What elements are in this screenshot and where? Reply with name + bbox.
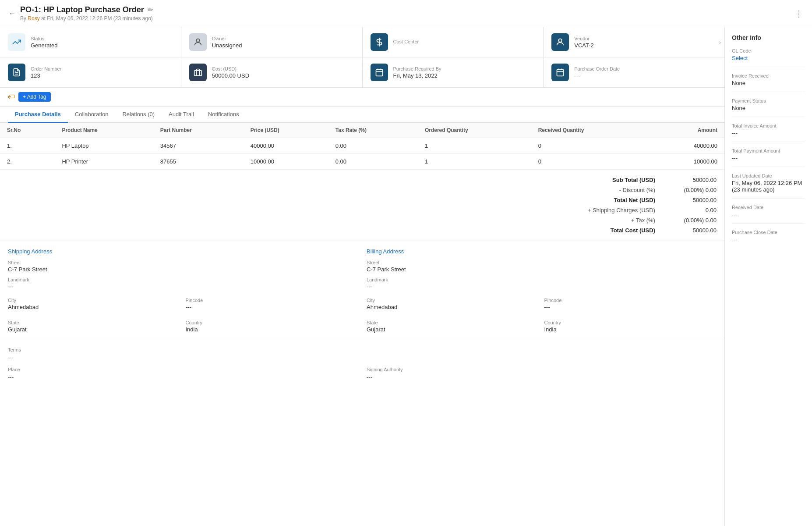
gl-code-value[interactable]: Select xyxy=(732,55,805,61)
tab-purchase-details[interactable]: Purchase Details xyxy=(8,107,68,123)
tab-relations[interactable]: Relations (0) xyxy=(115,107,162,123)
svg-point-0 xyxy=(196,39,199,42)
cell-ordered-1: 1 xyxy=(418,138,531,154)
order-number-value: 123 xyxy=(31,72,61,79)
billing-state-value: Gujarat xyxy=(367,326,539,333)
back-button[interactable]: ← xyxy=(9,10,16,18)
vendor-label: Vendor xyxy=(574,36,594,41)
right-field-total-payment: Total Payment Amount --- xyxy=(732,148,805,161)
tags-row: 🏷 + Add Tag xyxy=(0,88,724,107)
purchase-table: Sr.No Product Name Part Number Price (US… xyxy=(0,123,724,170)
status-card[interactable]: Status Generated xyxy=(0,27,181,57)
tab-notifications[interactable]: Notifications xyxy=(201,107,246,123)
owner-info: Owner Unassigned xyxy=(212,36,242,49)
total-cost-value: 50000.00 xyxy=(673,227,717,234)
po-date-card[interactable]: Purchase Order Date --- xyxy=(544,57,724,87)
signing-label: Signing Authority xyxy=(367,367,717,372)
right-field-received-date: Received Date --- xyxy=(732,205,805,218)
table-row: 2. HP Printer 87655 10000.00 0.00 1 0 10… xyxy=(0,154,724,170)
shipping-city-value: Ahmedabad xyxy=(8,304,180,310)
tax-row: + Tax (%) (0.00%) 0.00 xyxy=(8,215,717,225)
po-date-icon xyxy=(551,64,569,81)
place-value: --- xyxy=(8,374,358,380)
owner-card[interactable]: Owner Unassigned xyxy=(181,27,363,57)
billing-street-label: Street xyxy=(367,260,717,265)
billing-landmark-value: --- xyxy=(367,283,717,290)
order-number-card[interactable]: Order Number 123 xyxy=(0,57,181,87)
right-field-invoice-received: Invoice Received None xyxy=(732,73,805,86)
cell-srno-1: 1. xyxy=(0,138,55,154)
header-left: ← PO-1: HP Laptop Purchase Order ✏ By Ro… xyxy=(9,5,153,21)
col-srno: Sr.No xyxy=(0,123,55,138)
col-price: Price (USD) xyxy=(244,123,328,138)
vendor-card[interactable]: Vendor VCAT-2 xyxy=(544,27,724,57)
col-product: Product Name xyxy=(55,123,153,138)
owner-value: Unassigned xyxy=(212,42,242,49)
last-updated-value: Fri, May 06, 2022 12:26 PM (23 minutes a… xyxy=(732,180,805,193)
tag-icon: 🏷 xyxy=(8,93,15,101)
cell-received-2: 0 xyxy=(531,154,650,170)
purchase-required-value: Fri, May 13, 2022 xyxy=(393,72,441,79)
svg-point-2 xyxy=(559,39,562,42)
cell-price-1: 40000.00 xyxy=(244,138,328,154)
last-updated-label: Last Updated Date xyxy=(732,173,805,178)
tab-collaboration[interactable]: Collaboration xyxy=(68,107,116,123)
purchase-required-card[interactable]: Purchase Required By Fri, May 13, 2022 xyxy=(363,57,544,87)
shipping-street-label: Street xyxy=(8,260,358,265)
content-area: Status Generated Owner Unassigned xyxy=(0,27,724,526)
cell-tax-2: 0.00 xyxy=(328,154,418,170)
cell-product-2: HP Printer xyxy=(55,154,153,170)
svg-rect-5 xyxy=(194,71,201,76)
owner-label: Owner xyxy=(212,36,242,41)
header-meta: By Rosy at Fri, May 06, 2022 12:26 PM (2… xyxy=(20,15,153,21)
cell-product-1: HP Laptop xyxy=(55,138,153,154)
main-layout: Status Generated Owner Unassigned xyxy=(0,27,812,526)
shipping-value: 0.00 xyxy=(673,207,717,213)
billing-country-value: India xyxy=(544,326,717,333)
add-tag-button[interactable]: + Add Tag xyxy=(18,92,51,102)
total-invoice-value: --- xyxy=(732,130,805,136)
status-info: Status Generated xyxy=(31,36,57,49)
gl-code-label: GL Code xyxy=(732,48,805,53)
purchase-required-label: Purchase Required By xyxy=(393,66,441,71)
billing-state-label: State xyxy=(367,320,539,325)
tax-label: + Tax (%) xyxy=(568,217,655,224)
right-field-payment-status: Payment Status None xyxy=(732,98,805,111)
total-invoice-label: Total Invoice Amount xyxy=(732,123,805,128)
owner-icon xyxy=(189,33,207,51)
subtotal-label: Sub Total (USD) xyxy=(568,177,655,183)
right-field-purchase-close: Purchase Close Date --- xyxy=(732,230,805,243)
address-grid: Shipping Address Street C-7 Park Street … xyxy=(8,248,717,333)
table-row: 1. HP Laptop 34567 40000.00 0.00 1 0 400… xyxy=(0,138,724,154)
header-title-group: PO-1: HP Laptop Purchase Order ✏ By Rosy… xyxy=(20,5,153,21)
order-number-icon xyxy=(8,64,25,81)
payment-status-label: Payment Status xyxy=(732,98,805,103)
chevron-right-icon[interactable]: › xyxy=(716,37,724,47)
place-label: Place xyxy=(8,367,358,372)
cost-usd-value: 50000.00 USD xyxy=(212,72,249,79)
meta-user[interactable]: Rosy xyxy=(28,15,39,21)
cell-price-2: 10000.00 xyxy=(244,154,328,170)
discount-row: - Discount (%) (0.00%) 0.00 xyxy=(8,185,717,195)
shipping-address-title: Shipping Address xyxy=(8,248,358,255)
po-date-info: Purchase Order Date --- xyxy=(574,66,620,79)
cell-ordered-2: 1 xyxy=(418,154,531,170)
more-button[interactable]: ⋮ xyxy=(794,8,803,19)
cost-usd-card[interactable]: Cost (USD) 50000.00 USD xyxy=(181,57,363,87)
shipping-address-block: Shipping Address Street C-7 Park Street … xyxy=(8,248,358,333)
shipping-country-label: Country xyxy=(186,320,358,325)
purchase-close-label: Purchase Close Date xyxy=(732,230,805,235)
svg-rect-6 xyxy=(376,69,382,76)
tab-audit-trail[interactable]: Audit Trail xyxy=(162,107,201,123)
shipping-label: + Shipping Charges (USD) xyxy=(568,207,655,213)
col-part: Part Number xyxy=(153,123,244,138)
cost-center-card[interactable]: Cost Center xyxy=(363,27,544,57)
page-header: ← PO-1: HP Laptop Purchase Order ✏ By Ro… xyxy=(0,0,812,27)
address-section: Shipping Address Street C-7 Park Street … xyxy=(0,241,724,340)
shipping-row: + Shipping Charges (USD) 0.00 xyxy=(8,205,717,215)
terms-value: --- xyxy=(8,354,717,361)
vendor-info: Vendor VCAT-2 xyxy=(574,36,594,49)
edit-button[interactable]: ✏ xyxy=(148,6,153,14)
vendor-value: VCAT-2 xyxy=(574,42,594,49)
signing-value: --- xyxy=(367,374,717,380)
